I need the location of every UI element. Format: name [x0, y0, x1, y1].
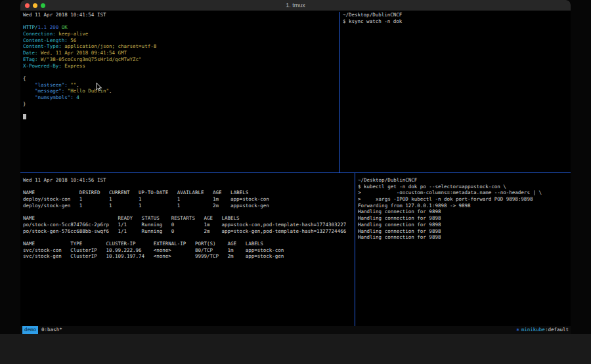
blank-line	[23, 69, 339, 75]
kube-namespace: :default	[545, 326, 569, 334]
response-header-line: X-Powered-By: Express	[23, 63, 339, 70]
session-badge[interactable]: demo	[22, 326, 38, 334]
handling-connection-line: Handling connection for 9898	[358, 209, 571, 215]
handling-connection-line: Handling connection for 9898	[358, 215, 571, 222]
cwd-line: ~/Desktop/DublinCNCF	[358, 177, 571, 184]
minimize-window-button[interactable]	[33, 3, 37, 8]
header-value: keep-alive	[58, 31, 88, 37]
blank-line	[23, 234, 355, 241]
header-key: ETag:	[23, 56, 38, 62]
pane-port-forward[interactable]: ~/Desktop/DublinCNCF $ kubectl get -n do…	[355, 173, 571, 326]
command-continuation-line: > xargs -IPOD kubectl -n dok port-forwar…	[358, 196, 571, 203]
window-titlebar[interactable]: 1. tmux	[20, 0, 571, 11]
blank-line	[23, 184, 355, 190]
json-key: "lastseen":	[23, 82, 68, 88]
http-proto: HTTP/	[23, 24, 38, 30]
http-status-reason: OK	[62, 24, 68, 30]
json-close-brace: }	[23, 101, 339, 108]
pane-kubectl-get[interactable]: Wed 11 Apr 2018 10:41:56 IST NAME DESIRE…	[20, 173, 355, 326]
json-number-value: 4	[76, 94, 79, 100]
desktop: 1. tmux Wed 11 Apr 2018 10:41:54 IST HTT…	[0, 0, 591, 364]
zoom-window-button[interactable]	[41, 3, 45, 8]
header-key: Content-Length:	[23, 37, 68, 43]
http-status-code: 200	[50, 24, 59, 30]
desktop-wallpaper-strip	[0, 334, 591, 364]
services-table: NAME TYPE CLUSTER-IP EXTERNAL-IP PORT(S)…	[23, 241, 355, 260]
close-window-button[interactable]	[25, 3, 30, 8]
kube-context: minikube	[521, 326, 545, 334]
cursor-line	[23, 113, 339, 120]
traffic-lights	[25, 3, 45, 8]
header-key: Date:	[23, 50, 38, 56]
command-line: $ kubectl get -n dok po --selector=app=s…	[358, 184, 571, 190]
command-line: $ ksync watch -n dok	[343, 18, 571, 25]
tmux-status-bar: demo 0:bash* ⎈ minikube :default	[20, 326, 571, 334]
terminal-window: 1. tmux Wed 11 Apr 2018 10:41:54 IST HTT…	[20, 0, 571, 334]
date-line: Wed 11 Apr 2018 10:41:54 IST	[23, 12, 339, 18]
handling-connection-line: Handling connection for 9898	[358, 222, 571, 228]
header-value: Express	[64, 63, 85, 69]
json-open-brace: {	[23, 75, 339, 82]
pods-table: NAME READY STATUS RESTARTS AGE LABELS po…	[23, 215, 355, 234]
header-value: application/json; charset=utf-8	[64, 43, 156, 49]
window-label[interactable]: 0:bash*	[41, 326, 62, 334]
header-key: Content-Type:	[23, 43, 62, 49]
cwd-line: ~/Desktop/DublinCNCF	[343, 12, 571, 18]
header-value: 56	[70, 37, 76, 43]
handling-connection-line: Handling connection for 9898	[358, 234, 571, 241]
blank-line	[23, 107, 339, 113]
blank-line	[23, 209, 355, 215]
kubernetes-helm-icon: ⎈	[516, 326, 519, 334]
window-title: 1. tmux	[20, 0, 571, 11]
json-string-value: ""	[70, 82, 76, 88]
json-string-value: "Hello Dublin"	[68, 88, 109, 94]
command-continuation-line: > -o=custom-columns=:metadata.name --no-…	[358, 190, 571, 196]
response-header-line: Content-Length: 56	[23, 37, 339, 44]
json-field-line: "message": "Hello Dublin",	[23, 88, 339, 94]
mouse-cursor	[96, 82, 102, 94]
blank-line	[23, 18, 339, 25]
http-version: 1.1	[38, 24, 47, 30]
deployments-table: NAME DESIRED CURRENT UP-TO-DATE AVAILABL…	[23, 190, 355, 209]
pane-border-vertical-top[interactable]	[339, 12, 340, 172]
json-comma: ,	[109, 88, 112, 94]
terminal-cursor	[23, 114, 26, 119]
header-value: Wed, 11 Apr 2018 09:41:54 GMT	[41, 50, 127, 56]
header-key: X-Powered-By:	[23, 63, 62, 69]
response-header-line: Connection: keep-alive	[23, 31, 339, 37]
header-key: Connection:	[23, 31, 56, 37]
response-header-line: ETag: W/"38-05coCsrg3mQ75sHr1d/qcMTwYZc"	[23, 56, 339, 63]
pane-ksync[interactable]: ~/Desktop/DublinCNCF $ ksync watch -n do…	[340, 12, 571, 172]
forwarding-line: Forwarding from 127.0.0.1:9898 -> 9898	[358, 203, 571, 209]
json-key: "message":	[23, 88, 64, 94]
header-value: W/"38-05coCsrg3mQ75sHr1d/qcMTwYZc"	[41, 56, 142, 62]
date-line: Wed 11 Apr 2018 10:41:56 IST	[23, 177, 355, 184]
json-field-line: "numsymbols": 4	[23, 94, 339, 101]
response-header-line: Date: Wed, 11 Apr 2018 09:41:54 GMT	[23, 50, 339, 56]
response-header-line: Content-Type: application/json; charset=…	[23, 43, 339, 50]
tmux-terminal: Wed 11 Apr 2018 10:41:54 IST HTTP/1.1 20…	[20, 12, 571, 326]
json-key: "numsymbols":	[23, 94, 74, 100]
json-field-line: "lastseen": "",	[23, 82, 339, 89]
http-status-line: HTTP/1.1 200 OK	[23, 24, 339, 31]
handling-connection-line: Handling connection for 9898	[358, 228, 571, 235]
json-comma: ,	[76, 82, 79, 88]
pane-http-response[interactable]: Wed 11 Apr 2018 10:41:54 IST HTTP/1.1 20…	[20, 12, 339, 172]
